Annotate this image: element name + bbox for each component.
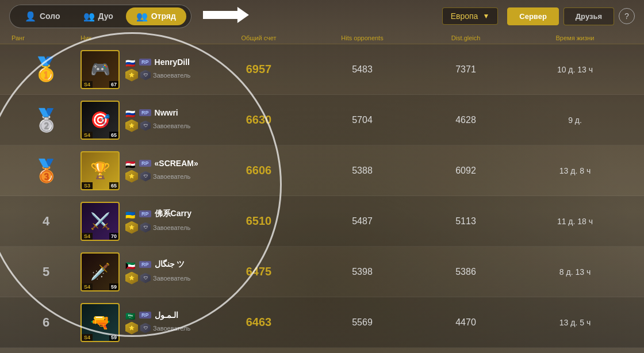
player-cell-3: 🏆 S3 65 🇪🇬 RP «SCREAM» ⭐ 🛡 Завоеватель [80,151,207,190]
player-name: «SCREAM» [155,159,198,168]
stat2-cell: 6092 [414,166,518,176]
rank-title: Завоеватель [153,275,190,282]
top-navigation: 👤 Соло 👥 Дуо 👥 Отряд Европа ▼ Сервер Дру… [0,0,644,32]
rank-emblem-2: 🛡 [140,273,151,283]
level-badge: 70 [109,233,118,240]
squad-icon: 👥 [136,11,148,22]
stat1-cell: 5388 [310,166,414,176]
season-badge: S3 [82,182,93,189]
stat2-cell: 5113 [414,216,518,227]
table-row[interactable]: 🥇 🎮 S4 67 🇷🇺 RP HenryDill ⭐ 🛡 Завоевател… [0,44,644,95]
flag-icon: 🇸🇦 [125,312,136,319]
player-name-row: 🇸🇦 RP الـمـول [125,310,190,320]
time-cell: 8 д. 13 ч [518,267,632,277]
header-score: Общий счет [207,34,310,41]
table-row[interactable]: 6 🔫 S4 59 🇸🇦 RP الـمـول ⭐ 🛡 Завоеватель [0,297,644,348]
level-badge: 59 [109,283,118,290]
rank-silver-icon: 🥈 [33,108,60,133]
stat2-cell: 5386 [414,267,518,277]
rp-tag: RP [139,210,151,217]
stat1-cell: 5704 [310,115,414,125]
rank-emblem: ⭐ [125,221,138,234]
table-row[interactable]: 🥈 🎯 S4 65 🇷🇺 RP Nwwri ⭐ 🛡 Завоеватель [0,95,644,145]
server-button[interactable]: Сервер [507,7,559,25]
player-info: 🇸🇦 RP الـمـول ⭐ 🛡 Завоеватель [125,310,190,335]
rank-cell-2: 🥈 [12,106,80,135]
table-row[interactable]: 🥉 🏆 S3 65 🇪🇬 RP «SCREAM» ⭐ 🛡 Завоеватель [0,145,644,196]
rp-tag: RP [139,59,151,66]
tab-squad[interactable]: 👥 Отряд [126,7,186,25]
avatar: 🎮 S4 67 [80,50,120,89]
player-rank-row: ⭐ 🛡 Завоеватель [125,69,190,82]
stat2-cell: 4628 [414,115,518,125]
rp-tag: RP [139,109,151,116]
season-badge: S4 [82,233,93,240]
arrow-hint [203,7,249,25]
table-row[interactable]: 4 ⚔️ S4 70 🇺🇦 RP 佛系Carry ⭐ 🛡 Завоеватель [0,196,644,247]
tab-solo[interactable]: 👤 Соло [14,7,71,25]
player-name: Nwwri [155,108,178,117]
rank-title: Завоеватель [153,173,190,180]
player-name-row: 🇪🇬 RP «SCREAM» [125,159,198,168]
time-cell: 9 д. [518,116,632,125]
rp-tag: RP [139,312,151,319]
table-row[interactable]: 5 🗡️ S4 59 🇰🇼 RP جنگال ツ ⭐ 🛡 Завоеватель [0,247,644,297]
avatar: 🔫 S4 59 [80,303,120,342]
region-dropdown[interactable]: Европа ▼ [442,7,499,25]
rp-tag: RP [139,261,151,268]
rank-cell-6: 6 [12,308,80,337]
level-badge: 59 [109,334,118,341]
player-rank-row: ⭐ 🛡 Завоеватель [125,221,191,234]
rank-emblem: ⭐ [125,272,138,285]
flag-icon: 🇰🇼 [125,261,136,268]
player-name-row: 🇰🇼 RP جنگال ツ [125,259,190,270]
avatar: ⚔️ S4 70 [80,202,120,241]
rank-cell-4: 4 [12,207,80,236]
rank-emblem-2: 🛡 [140,222,151,233]
season-badge: S4 [82,283,93,290]
duo-icon: 👥 [83,11,95,22]
stat2-cell: 7371 [414,64,518,75]
season-badge: S4 [82,334,93,341]
help-button[interactable]: ? [619,8,635,24]
level-badge: 67 [109,81,118,88]
time-cell: 11 д. 18 ч [518,217,632,226]
avatar: 🗡️ S4 59 [80,252,120,291]
rank-cell-5: 5 [12,258,80,286]
player-name: جنگال ツ [155,259,185,270]
score-cell: 6957 [207,63,310,76]
tab-squad-label: Отряд [151,11,176,21]
level-badge: 65 [109,132,118,139]
header-player: Ник [80,34,207,41]
rank-title: Завоеватель [153,122,190,129]
score-cell: 6630 [207,113,310,126]
score-cell: 6475 [207,265,310,278]
tab-solo-label: Соло [40,11,60,21]
player-rank-row: ⭐ 🛡 Завоеватель [125,120,190,132]
player-cell-5: 🗡️ S4 59 🇰🇼 RP جنگال ツ ⭐ 🛡 Завоеватель [80,252,207,291]
rank-number: 5 [43,264,49,279]
tab-duo-label: Дуо [98,11,113,21]
flag-icon: 🇺🇦 [125,210,136,217]
player-name: 佛系Carry [155,209,192,219]
chevron-down-icon: ▼ [482,12,489,20]
region-label: Европа [451,11,478,21]
header-rank: Ранг [12,34,80,41]
friends-button[interactable]: Друзья [564,7,614,25]
header-col3: Hits opponents [310,34,414,41]
player-rank-row: ⭐ 🛡 Завоеватель [125,170,198,183]
rank-title: Завоеватель [153,325,190,332]
rank-number: 4 [43,214,49,229]
level-badge: 65 [109,182,118,189]
rank-emblem-2: 🛡 [140,121,151,131]
rank-emblem-2: 🛡 [140,323,151,333]
rank-number: 6 [43,315,49,330]
tab-duo[interactable]: 👥 Дуо [73,7,124,25]
rank-cell-3: 🥉 [12,156,80,185]
table-header: Ранг Ник Общий счет Hits opponents Dist.… [0,32,644,44]
header-col5: Время жизни [518,34,632,41]
stat1-cell: 5483 [310,64,414,75]
player-name: الـمـول [155,310,178,320]
player-cell-2: 🎯 S4 65 🇷🇺 RP Nwwri ⭐ 🛡 Завоеватель [80,101,207,140]
rank-emblem: ⭐ [125,69,138,82]
